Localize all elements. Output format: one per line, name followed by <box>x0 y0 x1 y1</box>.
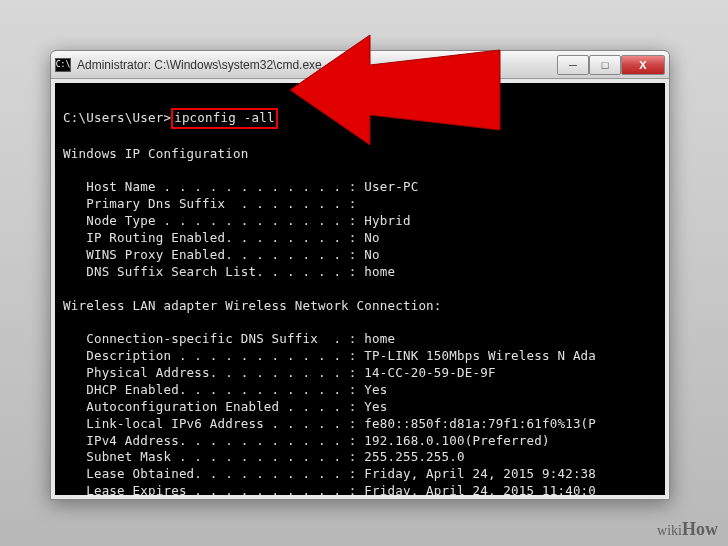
cmd-window: C:\ Administrator: C:\Windows\system32\c… <box>50 50 670 500</box>
close-button[interactable]: X <box>621 55 665 75</box>
console-output[interactable]: C:\Users\User>ipconfig -all Windows IP C… <box>55 83 665 495</box>
watermark-suffix: How <box>682 519 718 539</box>
minimize-button[interactable]: ─ <box>557 55 589 75</box>
titlebar[interactable]: C:\ Administrator: C:\Windows\system32\c… <box>51 51 669 79</box>
window-title: Administrator: C:\Windows\system32\cmd.e… <box>77 58 557 72</box>
cmd-icon: C:\ <box>55 58 71 72</box>
prompt-text: C:\Users\User> <box>63 110 171 125</box>
watermark: wikiHow <box>657 519 718 540</box>
command-highlight: ipconfig -all <box>171 108 277 129</box>
watermark-prefix: wiki <box>657 523 682 538</box>
maximize-button[interactable]: □ <box>589 55 621 75</box>
window-controls: ─ □ X <box>557 55 665 75</box>
